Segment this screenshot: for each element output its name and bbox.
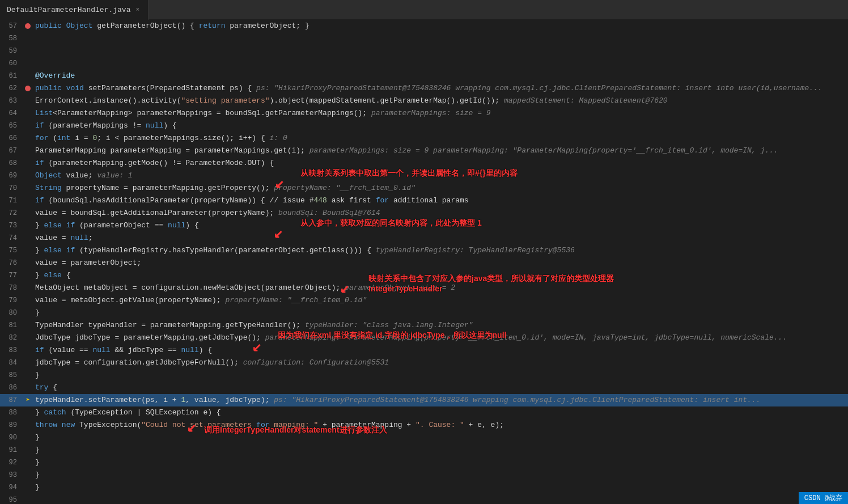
code-line-72: 72 value = boundSql.getAdditionalParamet… — [0, 207, 848, 219]
line-gutter — [23, 194, 33, 207]
tab-bar: DefaultParameterHandler.java × — [0, 0, 848, 20]
editor-container: 57 public Object getParameterObject() { … — [0, 20, 848, 504]
line-number: 66 — [0, 132, 23, 145]
line-number: 79 — [0, 294, 23, 307]
code-line-61: 61 @Override — [0, 70, 848, 82]
line-content — [33, 57, 848, 70]
line-content: for (int i = 0; i < parameterMappings.si… — [33, 132, 848, 145]
code-line-62: 62 public void setParameters(PreparedSta… — [0, 82, 848, 95]
line-number: 85 — [0, 369, 23, 382]
code-line-73: 73 } else if (parameterObject == null) { — [0, 219, 848, 232]
line-content: TypeHandler typeHandler = parameterMappi… — [33, 319, 848, 332]
code-line-70: 70 String propertyName = parameterMappin… — [0, 182, 848, 194]
line-content: List<ParameterMapping> parameterMappings… — [33, 107, 848, 120]
line-number: 64 — [0, 107, 23, 120]
status-text: CSDN @战弃 — [804, 494, 842, 502]
line-number: 89 — [0, 419, 23, 431]
line-number: 69 — [0, 170, 23, 182]
line-number: 70 — [0, 182, 23, 194]
line-gutter — [23, 257, 33, 269]
line-gutter — [23, 232, 33, 244]
code-line-66: 66 for (int i = 0; i < parameterMappings… — [0, 132, 848, 145]
line-gutter — [23, 70, 33, 82]
line-gutter — [23, 282, 33, 294]
line-content: } catch (TypeException | SQLException e)… — [33, 406, 848, 419]
code-line-69: 69 Object value; value: 1 — [0, 170, 848, 182]
code-line-77: 77 } else { — [0, 269, 848, 282]
line-gutter — [23, 319, 33, 332]
line-number: 76 — [0, 257, 23, 269]
line-number: 86 — [0, 382, 23, 394]
line-gutter — [23, 332, 33, 344]
code-line-85: 85 } — [0, 369, 848, 382]
line-content: throw new TypeException("Could not set p… — [33, 419, 848, 431]
code-line-86: 86 try { — [0, 382, 848, 394]
code-line-95: 95 — [0, 494, 848, 504]
line-gutter — [23, 157, 33, 170]
code-line-65: 65 if (parameterMappings != null) { — [0, 120, 848, 132]
line-number: 87 — [0, 394, 23, 406]
line-content: if (boundSql.hasAdditionalParameter(prop… — [33, 194, 848, 207]
code-line-64: 64 List<ParameterMapping> parameterMappi… — [0, 107, 848, 120]
code-line-78: 78 MetaObject metaObject = configuration… — [0, 282, 848, 294]
line-content: if (parameterMappings != null) { — [33, 120, 848, 132]
line-gutter — [23, 132, 33, 145]
line-gutter — [23, 182, 33, 194]
line-gutter — [23, 469, 33, 481]
line-content: ErrorContext.instance().activity("settin… — [33, 95, 848, 107]
line-gutter — [23, 494, 33, 504]
line-content — [33, 32, 848, 45]
breakpoint-dot — [25, 86, 31, 91]
code-line-90: 90 } — [0, 431, 848, 444]
line-content: } else if (typeHandlerRegistry.hasTypeHa… — [33, 244, 848, 257]
code-line-89: 89 throw new TypeException("Could not se… — [0, 419, 848, 431]
line-gutter — [23, 170, 33, 182]
line-gutter — [23, 357, 33, 369]
line-content: JdbcType jdbcType = parameterMapping.get… — [33, 332, 848, 344]
code-line-87: 87➤ typeHandler.setParameter(ps, i + 1, … — [0, 394, 848, 406]
line-number: 68 — [0, 157, 23, 170]
code-line-88: 88 } catch (TypeException | SQLException… — [0, 406, 848, 419]
line-number: 67 — [0, 145, 23, 157]
code-line-67: 67 ParameterMapping parameterMapping = p… — [0, 145, 848, 157]
code-line-76: 76 value = parameterObject; — [0, 257, 848, 269]
code-line-94: 94 } — [0, 481, 848, 494]
line-number: 61 — [0, 70, 23, 82]
line-content: String propertyName = parameterMapping.g… — [33, 182, 848, 194]
tab-item[interactable]: DefaultParameterHandler.java × — [0, 0, 149, 20]
line-gutter — [23, 382, 33, 394]
line-gutter — [23, 244, 33, 257]
line-number: 88 — [0, 406, 23, 419]
line-content: @Override — [33, 70, 848, 82]
line-gutter — [23, 219, 33, 232]
line-number: 78 — [0, 282, 23, 294]
line-number: 90 — [0, 431, 23, 444]
line-number: 62 — [0, 82, 23, 95]
line-content: public void setParameters(PreparedStatem… — [33, 82, 848, 95]
line-content: MetaObject metaObject = configuration.ne… — [33, 282, 848, 294]
line-gutter: ➤ — [23, 394, 33, 406]
code-line-80: 80 } — [0, 307, 848, 319]
line-number: 91 — [0, 444, 23, 456]
line-gutter — [23, 307, 33, 319]
tab-close-icon[interactable]: × — [134, 6, 141, 14]
line-number: 92 — [0, 456, 23, 469]
code-line-79: 79 value = metaObject.getValue(propertyN… — [0, 294, 848, 307]
line-number: 81 — [0, 319, 23, 332]
line-content: } — [33, 431, 848, 444]
code-line-91: 91 } — [0, 444, 848, 456]
line-number: 75 — [0, 244, 23, 257]
line-content: } — [33, 444, 848, 456]
line-gutter — [23, 269, 33, 282]
line-gutter — [23, 369, 33, 382]
line-gutter — [23, 145, 33, 157]
line-gutter — [23, 57, 33, 70]
line-gutter — [23, 45, 33, 57]
code-line-84: 84 jdbcType = configuration.getJdbcTypeF… — [0, 357, 848, 369]
code-area[interactable]: 57 public Object getParameterObject() { … — [0, 20, 848, 504]
code-line-57: 57 public Object getParameterObject() { … — [0, 20, 848, 32]
line-gutter — [23, 481, 33, 494]
line-gutter — [23, 107, 33, 120]
line-number: 65 — [0, 120, 23, 132]
line-content: if (value == null && jdbcType == null) { — [33, 344, 848, 357]
